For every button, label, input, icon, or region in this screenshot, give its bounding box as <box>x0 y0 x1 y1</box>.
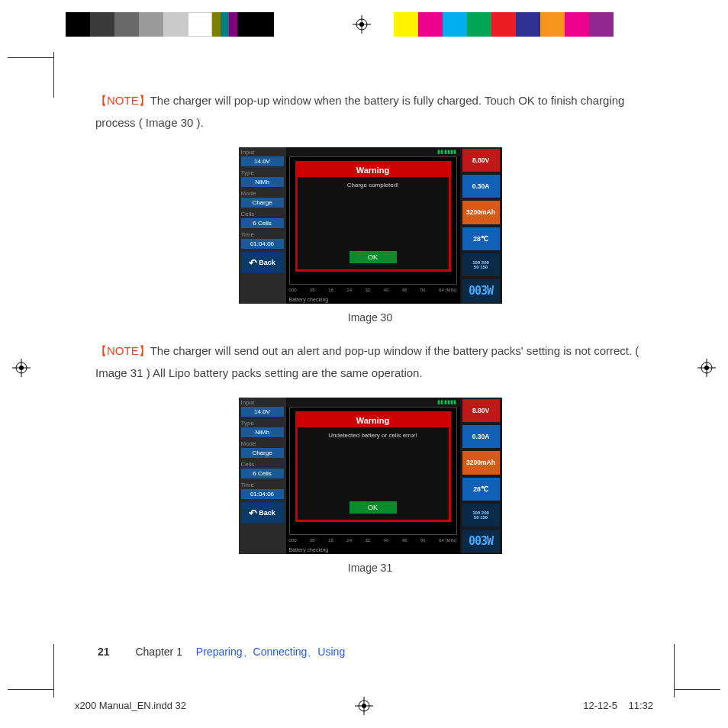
popup-title: Warning <box>298 414 449 427</box>
capacity-readout: 3200mAh <box>462 201 500 224</box>
charger-left-panel: Input 14.0V Type NiMh Mode Charge Cells … <box>239 147 286 304</box>
voltage-readout: 8.80V <box>462 399 500 422</box>
current-readout: 0.30A <box>462 175 500 198</box>
crop-mark <box>8 689 53 690</box>
crop-mark <box>53 52 54 98</box>
color-bar-grayscale <box>66 12 274 37</box>
note-2: 【NOTE】The charger will send out an alert… <box>95 340 645 384</box>
crop-mark <box>674 644 675 697</box>
input-label: Input <box>239 398 286 406</box>
popup-title: Warning <box>298 163 449 177</box>
crop-mark <box>8 57 53 58</box>
note-label: 【NOTE】 <box>95 94 150 107</box>
back-arrow-icon: ↶ <box>249 507 257 519</box>
charger-xaxis: 0000816243240485664 (MIN) <box>289 288 457 292</box>
figure-31: Input 14.0V Type NiMh Mode Charge Cells … <box>95 398 645 574</box>
figure-31-caption: Image 31 <box>95 562 645 574</box>
type-value: NiMh <box>241 177 284 187</box>
color-bar-cmyk <box>394 12 614 37</box>
back-arrow-icon: ↶ <box>249 257 257 269</box>
time-value: 01:04:06 <box>241 239 284 249</box>
note-1-text: The charger will pop-up window when the … <box>95 94 624 129</box>
charger-left-panel: Input 14.0V Type NiMh Mode Charge Cells … <box>239 398 286 554</box>
mode-label: Mode <box>239 188 286 197</box>
charger-status: Battery checking <box>289 297 329 302</box>
input-label: Input <box>239 147 286 156</box>
registration-mark-icon <box>353 15 371 34</box>
ok-button[interactable]: OK <box>350 251 397 263</box>
note-1: 【NOTE】The charger will pop-up window whe… <box>95 90 645 134</box>
charger-right-panel: 8.80V 0.30A 3200mAh 28℃ 100 20050 150 00… <box>460 398 502 554</box>
capacity-readout: 3200mAh <box>462 451 500 474</box>
mode-value: Charge <box>241 448 284 458</box>
back-button[interactable]: ↶Back <box>241 252 284 273</box>
current-readout: 0.30A <box>462 425 500 448</box>
popup-message: Undetected battery or cells error! <box>298 427 449 443</box>
input-value: 14.0V <box>241 407 284 417</box>
figure-30-caption: Image 30 <box>95 311 645 324</box>
note-label: 【NOTE】 <box>95 344 150 357</box>
gauge-readout: 100 20050 150 <box>462 504 500 527</box>
charger-top-bar: ▮▮ ▮▮▮▮ <box>286 147 460 156</box>
mode-label: Mode <box>239 439 286 447</box>
chapter-label: Chapter 1 <box>135 646 182 658</box>
time-value: 01:04:06 <box>241 489 284 499</box>
type-label: Type <box>239 168 286 176</box>
warning-popup: Warning Charge completed! OK <box>295 161 451 272</box>
note-2-text: The charger will send out an alert and p… <box>95 344 639 379</box>
figure-30: Input 14.0V Type NiMh Mode Charge Cells … <box>95 147 645 324</box>
time-label: Time <box>239 480 286 488</box>
ok-button[interactable]: OK <box>350 501 397 514</box>
voltage-readout: 8.80V <box>462 149 500 172</box>
cells-label: Cells <box>239 459 286 468</box>
charger-top-bar: ▮▮ ▮▮▮▮ <box>286 398 460 407</box>
cells-label: Cells <box>239 209 286 217</box>
warning-popup: Warning Undetected battery or cells erro… <box>295 411 451 522</box>
input-value: 14.0V <box>241 156 284 166</box>
charger-screenshot-31: Input 14.0V Type NiMh Mode Charge Cells … <box>239 398 502 554</box>
imposition-metadata: x200 Manual_EN.indd 32 12-12-5 11:32 <box>75 700 653 711</box>
charger-logo: 003W <box>462 530 500 552</box>
temp-readout: 28℃ <box>462 227 500 250</box>
gauge-readout: 100 20050 150 <box>462 253 500 276</box>
charger-status: Battery checking <box>289 547 329 552</box>
charger-screenshot-30: Input 14.0V Type NiMh Mode Charge Cells … <box>239 147 502 304</box>
type-value: NiMh <box>241 427 284 437</box>
section-title: Preparing、Connecting、Using <box>196 646 345 658</box>
registration-mark-icon <box>355 697 373 715</box>
page-content: 【NOTE】The charger will pop-up window whe… <box>95 90 645 581</box>
time-label: Time <box>239 230 286 238</box>
charger-right-panel: 8.80V 0.30A 3200mAh 28℃ 100 20050 150 00… <box>460 147 502 304</box>
crop-mark <box>675 689 720 690</box>
crop-mark <box>53 644 54 697</box>
cells-value: 6 Cells <box>241 469 284 478</box>
source-file: x200 Manual_EN.indd 32 <box>75 700 186 711</box>
popup-message: Charge completed! <box>298 177 449 193</box>
type-label: Type <box>239 418 286 427</box>
back-button[interactable]: ↶Back <box>241 502 284 523</box>
charger-logo: 003W <box>462 279 500 302</box>
charger-xaxis: 0000816243240485664 (MIN) <box>289 538 457 543</box>
charger-graph-area: ▮▮ ▮▮▮▮ 0000816243240485664 (MIN) Batter… <box>286 398 460 554</box>
date-time: 12-12-5 11:32 <box>583 700 653 711</box>
page-footer: 21 Chapter 1 Preparing、Connecting、Using <box>98 646 345 659</box>
cells-value: 6 Cells <box>241 218 284 228</box>
charger-graph-area: ▮▮ ▮▮▮▮ 0000816243240485664 (MIN) Batter… <box>286 147 460 304</box>
page-number: 21 <box>98 646 110 658</box>
registration-mark-icon <box>12 359 31 377</box>
registration-mark-icon <box>697 359 716 377</box>
temp-readout: 28℃ <box>462 478 500 501</box>
mode-value: Charge <box>241 198 284 208</box>
